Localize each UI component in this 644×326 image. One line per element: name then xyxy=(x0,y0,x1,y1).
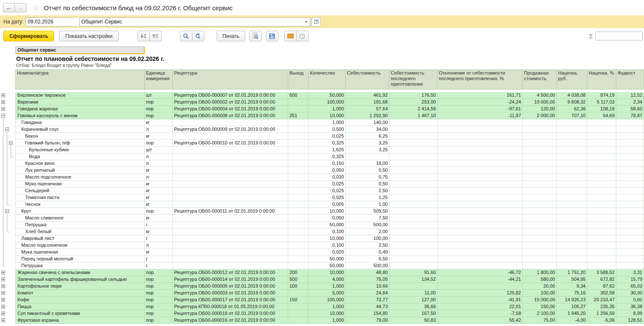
expand-plus-marker[interactable] xyxy=(1,312,5,315)
cell-foodcost[interactable] xyxy=(616,256,644,263)
cell-recipe[interactable]: Рецептура ОБ00-000010 от 02.01.2019 0:00… xyxy=(173,140,288,147)
cell-unit[interactable]: пор xyxy=(145,297,173,303)
cell-foodcost[interactable] xyxy=(616,215,644,222)
cell-recipe[interactable] xyxy=(173,167,288,174)
cell-foodcost[interactable]: 128,51 xyxy=(616,317,644,324)
cell-markup_pct[interactable] xyxy=(587,194,616,201)
cell-recipe[interactable] xyxy=(173,235,288,242)
cell-sale[interactable] xyxy=(523,194,557,201)
cell-output[interactable] xyxy=(288,147,309,153)
cell-markup_rub[interactable]: 4 038,08 xyxy=(557,92,587,99)
cell-markup_pct[interactable] xyxy=(587,256,616,263)
cell-last_cost[interactable] xyxy=(389,201,438,208)
cell-cost[interactable]: 0,75 xyxy=(346,174,389,181)
cell-output[interactable] xyxy=(288,181,309,188)
cell-sale[interactable]: 15 000,00 xyxy=(523,297,557,303)
cell-unit[interactable]: пор xyxy=(145,276,173,283)
cell-last_cost[interactable]: 1 467,10 xyxy=(389,113,438,119)
cell-output[interactable] xyxy=(288,194,309,201)
table-row[interactable]: Перец черный молотыйг50,0006,50 xyxy=(0,256,644,263)
expand-plus-marker[interactable] xyxy=(1,298,5,302)
cell-qty[interactable]: 0,100 xyxy=(309,228,346,235)
cell-sale[interactable] xyxy=(523,215,557,222)
cell-name[interactable]: Суп пикантный с креветками xyxy=(15,310,145,317)
organization-input[interactable] xyxy=(80,18,303,26)
cell-qty[interactable]: 0,325 xyxy=(309,140,346,147)
cell-qty[interactable]: 0,005 xyxy=(309,201,346,208)
cell-last_cost[interactable] xyxy=(389,263,438,269)
expand-plus-marker[interactable] xyxy=(1,100,5,104)
cell-markup_rub[interactable] xyxy=(557,201,587,208)
cell-unit[interactable]: шт xyxy=(145,92,173,99)
cell-output[interactable] xyxy=(288,249,309,256)
collapse-minus-marker[interactable] xyxy=(1,114,5,118)
cell-cost[interactable]: 461,92 xyxy=(346,92,389,99)
cell-unit[interactable]: г xyxy=(145,263,173,269)
table-row[interactable]: Жареная свинина с апельсинамипорРецептур… xyxy=(0,269,644,276)
cell-markup_pct[interactable] xyxy=(587,242,616,249)
cell-sale[interactable]: 120,00 xyxy=(523,106,557,113)
table-row[interactable]: Говядинакг1,000140,00 xyxy=(0,119,644,126)
cell-markup_rub[interactable] xyxy=(557,119,587,126)
cell-last_cost[interactable]: 253,00 xyxy=(389,99,438,106)
table-row[interactable]: ПиццапорРецептура КП00-000018 от 01.05.2… xyxy=(0,303,644,310)
cell-markup_rub[interactable] xyxy=(557,126,587,133)
cell-cost[interactable]: 48,80 xyxy=(346,269,389,276)
cell-output[interactable] xyxy=(288,133,309,140)
cell-name[interactable]: Перец черный молотый xyxy=(15,256,145,263)
cell-markup_pct[interactable]: -5,06 xyxy=(587,317,616,324)
table-row[interactable]: Говяжий бульон, п/фпорРецептура ОБ00-000… xyxy=(0,140,644,147)
cell-output[interactable]: 100 xyxy=(288,283,309,290)
cell-qty[interactable]: 100,000 xyxy=(309,297,346,303)
expand-plus-marker[interactable] xyxy=(1,271,5,274)
cell-markup_pct[interactable] xyxy=(587,140,616,147)
table-row[interactable]: Лавровый листг10,000100,00 xyxy=(0,235,644,242)
cell-foodcost[interactable] xyxy=(616,228,644,235)
cell-foodcost[interactable] xyxy=(616,126,644,133)
cell-cost[interactable]: 6,50 xyxy=(346,256,389,263)
cell-output[interactable] xyxy=(288,222,309,228)
cell-cost[interactable]: 44,73 xyxy=(346,303,389,310)
cell-deviation[interactable] xyxy=(438,242,523,249)
cell-qty[interactable]: 1,625 xyxy=(309,147,346,153)
cell-last_cost[interactable] xyxy=(389,194,438,201)
cell-markup_pct[interactable] xyxy=(587,201,616,208)
cell-deviation[interactable] xyxy=(438,235,523,242)
cell-deviation[interactable] xyxy=(438,133,523,140)
cell-qty[interactable]: 50,000 xyxy=(309,222,346,228)
cell-unit[interactable]: пор xyxy=(145,310,173,317)
cell-markup_rub[interactable]: 9 808,32 xyxy=(557,99,587,106)
cell-recipe[interactable] xyxy=(173,147,288,153)
cell-name[interactable]: Говяжья кассероль с вином xyxy=(15,113,145,119)
cell-recipe[interactable] xyxy=(173,194,288,201)
cell-unit[interactable]: кг xyxy=(145,201,173,208)
cell-last_cost[interactable] xyxy=(389,153,438,160)
cell-last_cost[interactable]: 11,00 xyxy=(389,290,438,297)
table-row[interactable]: ВареникипорРецептура ОБ00-000002 от 02.0… xyxy=(0,99,644,106)
cell-qty[interactable]: 0,100 xyxy=(309,242,346,249)
cell-deviation[interactable] xyxy=(438,256,523,263)
cell-markup_rub[interactable]: 75,16 xyxy=(557,290,587,297)
cell-foodcost[interactable]: 65,03 xyxy=(616,283,644,290)
table-row[interactable]: Хлеб белыйкг0,1002,00 xyxy=(0,228,644,235)
cell-cost[interactable]: 154,80 xyxy=(346,310,389,317)
cell-unit[interactable]: пор xyxy=(145,283,173,290)
cell-cost[interactable]: 191,68 xyxy=(346,99,389,106)
cell-foodcost[interactable] xyxy=(616,222,644,228)
back-button[interactable]: ← xyxy=(3,3,15,12)
cell-cost[interactable]: 140,00 xyxy=(346,119,389,126)
cell-sale[interactable]: 4 500,00 xyxy=(523,92,557,99)
cell-sale[interactable]: 150,00 xyxy=(523,303,557,310)
cell-qty[interactable]: 0,025 xyxy=(309,188,346,194)
cell-name[interactable]: Пицца xyxy=(15,303,145,310)
chevron-down-icon[interactable]: ▾ xyxy=(303,18,310,26)
table-row[interactable]: Чесноккг0,0051,00 xyxy=(0,201,644,208)
cell-last_cost[interactable]: 2 414,58 xyxy=(389,106,438,113)
cell-last_cost[interactable] xyxy=(389,126,438,133)
cell-deviation[interactable] xyxy=(438,249,523,256)
cell-name[interactable]: Коричневый соус xyxy=(15,126,145,133)
cell-unit[interactable]: кг xyxy=(145,133,173,140)
cell-last_cost[interactable] xyxy=(389,167,438,174)
cell-output[interactable] xyxy=(288,174,309,181)
cell-output[interactable]: 500 xyxy=(288,276,309,283)
